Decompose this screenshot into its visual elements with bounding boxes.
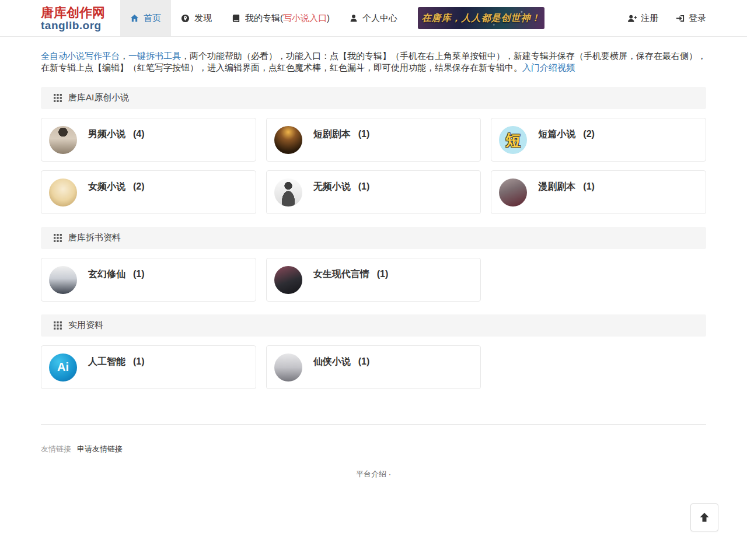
category-card[interactable]: 短 短篇小说(2) — [491, 118, 706, 162]
intro-video-link[interactable]: 入门介绍视频 — [522, 62, 575, 72]
category-title: 人工智能 — [88, 356, 125, 366]
category-title: 女频小说 — [88, 181, 125, 191]
nav-label-discover: 发现 — [194, 13, 212, 24]
category-section: 实用资料 Ai 人工智能(1) 仙侠小说(1) — [41, 314, 706, 389]
category-count: (4) — [133, 129, 145, 139]
category-card[interactable]: 短剧剧本(1) — [266, 118, 481, 162]
detective-sketch-avatar — [274, 178, 302, 206]
category-card[interactable]: 女生现代言情(1) — [266, 258, 481, 302]
friend-links-row: 友情链接申请友情链接 — [41, 444, 706, 454]
nav-item-home[interactable]: 首页 — [120, 0, 171, 36]
user-plus-icon — [627, 14, 637, 23]
section-title: 唐库AI原创小说 — [68, 92, 129, 103]
intro-paragraph: 全自动小说写作平台，一键拆书工具，两个功能帮助（必看），功能入口：点【我的专辑】… — [41, 50, 706, 74]
section-header: 唐库AI原创小说 — [41, 87, 706, 109]
grid-icon — [54, 234, 62, 242]
register-label: 注册 — [641, 13, 658, 24]
nav-auth-group: 注册 登录 — [627, 0, 706, 36]
site-domain: tanglib.org — [41, 20, 105, 31]
login-label: 登录 — [689, 13, 706, 24]
section-header: 唐库拆书资料 — [41, 227, 706, 249]
grid-icon — [54, 321, 62, 330]
category-count: (1) — [583, 181, 595, 191]
back-to-top-button[interactable] — [690, 503, 718, 531]
nav-label-profile: 个人中心 — [362, 13, 397, 24]
short-character-badge-avatar: 短 — [499, 126, 527, 154]
section-title: 唐库拆书资料 — [68, 232, 121, 243]
auto-writing-platform-link[interactable]: 全自动小说写作平台 — [41, 51, 120, 61]
nav-item-profile[interactable]: 个人中心 — [340, 0, 407, 36]
manga-character-avatar — [499, 178, 527, 206]
sign-in-icon — [676, 14, 685, 23]
write-novel-entry-label: 写小说入口 — [283, 13, 327, 23]
login-button[interactable]: 登录 — [676, 13, 706, 24]
card-grid: Ai 人工智能(1) 仙侠小说(1) — [41, 345, 706, 389]
category-card[interactable]: 漫剧剧本(1) — [491, 170, 706, 214]
ai-logo-avatar: Ai — [49, 354, 77, 382]
category-title: 短篇小说 — [538, 129, 575, 139]
footer-separator: · — [389, 470, 391, 478]
category-card[interactable]: 仙侠小说(1) — [266, 345, 481, 389]
category-card[interactable]: Ai 人工智能(1) — [41, 345, 256, 389]
category-title: 女生现代言情 — [313, 269, 369, 279]
footer-center-row: 平台介绍 · — [41, 469, 706, 480]
site-logo[interactable]: 唐库创作网 tanglib.org — [41, 0, 105, 36]
nav-label-my-albums: 我的专辑(写小说入口) — [245, 13, 330, 24]
category-sections: 唐库AI原创小说 男频小说(4) 短剧剧本(1) 短 短篇小说(2) 女频小说(… — [41, 87, 706, 389]
arrow-up-icon — [699, 512, 710, 523]
category-card[interactable]: 男频小说(4) — [41, 118, 256, 162]
category-count: (2) — [133, 181, 145, 191]
category-section: 唐库拆书资料 玄幻修仙(1) 女生现代言情(1) — [41, 227, 706, 302]
white-haired-immortal-avatar — [274, 354, 302, 382]
site-name: 唐库创作网 — [41, 5, 105, 20]
apply-friend-link[interactable]: 申请友情链接 — [77, 444, 123, 453]
user-icon — [350, 14, 358, 22]
globe-icon — [181, 14, 190, 23]
nav-item-discover[interactable]: 发现 — [171, 0, 222, 36]
section-title: 实用资料 — [68, 320, 103, 331]
category-card[interactable]: 玄幻修仙(1) — [41, 258, 256, 302]
promo-banner-text: 在唐库，人人都是创世神！ — [422, 12, 541, 24]
main-content: 全自动小说写作平台，一键拆书工具，两个功能帮助（必看），功能入口：点【我的专辑】… — [41, 50, 706, 480]
friend-links-label: 友情链接 — [41, 444, 71, 453]
category-title: 玄幻修仙 — [88, 269, 125, 279]
category-count: (1) — [133, 269, 145, 279]
card-grid: 男频小说(4) 短剧剧本(1) 短 短篇小说(2) 女频小说(2) 无频小说(1… — [41, 118, 706, 214]
section-header: 实用资料 — [41, 314, 706, 337]
category-count: (1) — [133, 356, 145, 366]
blonde-queen-portrait-avatar — [49, 178, 77, 206]
category-count: (1) — [358, 129, 370, 139]
book-icon — [232, 14, 240, 23]
promo-banner[interactable]: 在唐库，人人都是创世神！ — [418, 7, 544, 29]
home-icon — [130, 14, 139, 23]
category-card[interactable]: 女频小说(2) — [41, 170, 256, 214]
night-streetlight-scene-avatar — [274, 126, 302, 154]
nav-item-my-albums[interactable]: 我的专辑(写小说入口) — [222, 0, 340, 36]
category-section: 唐库AI原创小说 男频小说(4) 短剧剧本(1) 短 短篇小说(2) 女频小说(… — [41, 87, 706, 214]
footer-divider — [41, 424, 706, 425]
nav-label-home: 首页 — [144, 13, 161, 24]
card-grid: 玄幻修仙(1) 女生现代言情(1) — [41, 258, 706, 302]
category-title: 男频小说 — [88, 129, 125, 139]
category-count: (1) — [377, 269, 389, 279]
ancient-male-portrait-avatar — [49, 126, 77, 154]
category-card[interactable]: 无频小说(1) — [266, 170, 481, 214]
category-count: (1) — [358, 181, 370, 191]
category-title: 漫剧剧本 — [538, 181, 575, 191]
grid-icon — [54, 94, 62, 102]
navbar: 唐库创作网 tanglib.org 首页 发现 我的专辑(写小说入口) 个人中心… — [0, 0, 747, 37]
sunglasses-girl-avatar — [274, 266, 302, 294]
category-title: 无频小说 — [313, 181, 351, 191]
platform-intro-link[interactable]: 平台介绍 — [356, 470, 386, 478]
one-key-book-tool-link[interactable]: 一键拆书工具 — [128, 51, 181, 61]
category-title: 仙侠小说 — [313, 356, 351, 366]
category-count: (2) — [583, 129, 595, 139]
category-title: 短剧剧本 — [313, 129, 351, 139]
white-haired-cultivator-avatar — [49, 266, 77, 294]
register-button[interactable]: 注册 — [627, 13, 658, 24]
category-count: (1) — [358, 356, 370, 366]
